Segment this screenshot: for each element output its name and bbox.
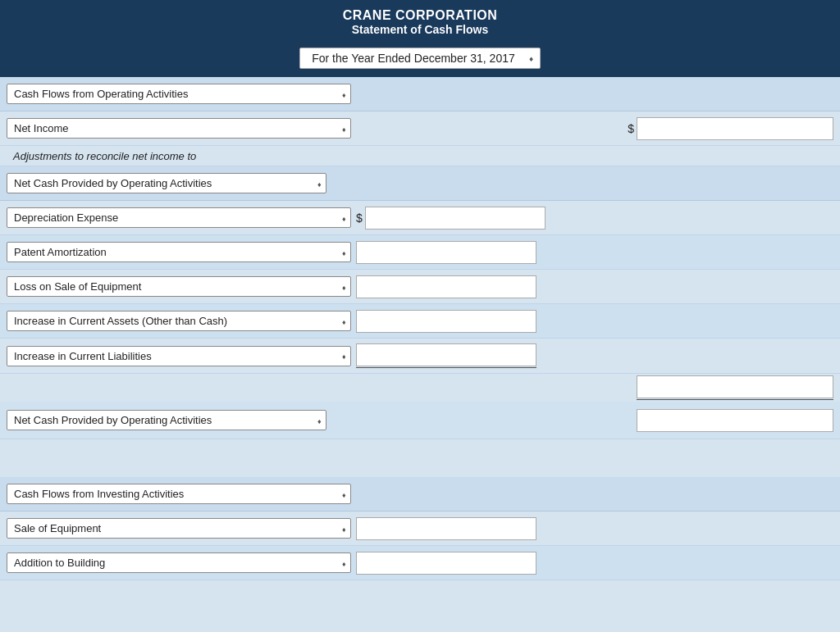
net-cash-operating-subheader-row: Net Cash Provided by Operating Activitie… [0,166,840,201]
main-content: Cash Flows from Operating Activities Net… [0,77,840,580]
depreciation-input[interactable] [365,207,546,230]
subtotal-right-input [637,375,833,400]
patent-amortization-dropdown[interactable]: Patent Amortization [7,242,351,262]
net-cash-total-input-area [637,409,833,432]
increase-current-liabilities-input[interactable] [356,343,536,366]
current-liabilities-underline [356,367,536,368]
current-liabilities-input-wrapper [356,343,536,368]
net-income-row: Net Income $ [0,111,840,146]
net-income-dropdown[interactable]: Net Income [7,118,351,139]
net-cash-operating-subheader-wrapper[interactable]: Net Cash Provided by Operating Activitie… [7,173,326,193]
sale-of-equipment-row: Sale of Equipment [0,512,840,546]
year-selector[interactable]: For the Year Ended December 31, 2017 For… [299,48,541,69]
net-cash-total-input[interactable] [637,409,833,432]
net-income-dropdown-wrapper[interactable]: Net Income [7,118,351,139]
patent-amortization-input[interactable] [356,241,536,264]
addition-to-building-dropdown-wrapper[interactable]: Addition to Building [7,552,351,573]
patent-amortization-row: Patent Amortization [0,235,840,270]
subtotal-spacer-row [0,374,840,402]
depreciation-dollar-sign: $ [356,211,363,225]
increase-current-assets-dropdown-wrapper[interactable]: Increase in Current Assets (Other than C… [7,311,351,331]
loss-on-sale-dropdown-wrapper[interactable]: Loss on Sale of Equipment [7,276,351,297]
net-cash-total-dropdown[interactable]: Net Cash Provided by Operating Activitie… [7,410,326,430]
current-liabilities-underline-wrapper [356,343,536,368]
increase-current-assets-dropdown[interactable]: Increase in Current Assets (Other than C… [7,311,351,331]
increase-current-liabilities-dropdown[interactable]: Increase in Current Liabilities [7,346,351,366]
addition-to-building-row: Addition to Building [0,546,840,580]
investing-activities-header-row: Cash Flows from Investing Activities [0,477,840,512]
net-cash-operating-subheader-dropdown[interactable]: Net Cash Provided by Operating Activitie… [7,173,326,193]
net-cash-total-dropdown-wrapper[interactable]: Net Cash Provided by Operating Activitie… [7,410,326,430]
depreciation-dropdown-wrapper[interactable]: Depreciation Expense [7,207,351,228]
patent-amortization-dropdown-wrapper[interactable]: Patent Amortization [7,242,351,262]
addition-to-building-input[interactable] [356,552,536,575]
year-selector-wrapper[interactable]: For the Year Ended December 31, 2017 For… [299,48,541,69]
operating-activities-dropdown-wrapper[interactable]: Cash Flows from Operating Activities [7,84,351,104]
loss-on-sale-input[interactable] [356,275,536,298]
year-selector-row: For the Year Ended December 31, 2017 For… [0,43,840,77]
net-income-input-area: $ [628,117,833,140]
sale-of-equipment-input[interactable] [356,517,536,540]
increase-current-liabilities-dropdown-wrapper[interactable]: Increase in Current Liabilities [7,346,351,366]
increase-current-assets-row: Increase in Current Assets (Other than C… [0,304,840,339]
increase-current-liabilities-row: Increase in Current Liabilities [0,339,840,374]
operating-activities-header-row: Cash Flows from Operating Activities [0,77,840,111]
company-name: CRANE CORPORATION [0,8,840,23]
large-gap-1 [0,439,840,464]
small-gap-1 [0,464,840,477]
investing-activities-dropdown[interactable]: Cash Flows from Investing Activities [7,484,351,504]
loss-on-sale-dropdown[interactable]: Loss on Sale of Equipment [7,276,351,297]
subtotal-underline [637,399,833,400]
investing-activities-dropdown-wrapper[interactable]: Cash Flows from Investing Activities [7,484,351,504]
sale-of-equipment-dropdown[interactable]: Sale of Equipment [7,518,351,539]
sale-of-equipment-dropdown-wrapper[interactable]: Sale of Equipment [7,518,351,539]
adjustments-label: Adjustments to reconcile net income to [7,145,203,167]
subtotal-input[interactable] [637,375,833,398]
statement-title: Statement of Cash Flows [0,23,840,36]
page-header: CRANE CORPORATION Statement of Cash Flow… [0,0,840,43]
net-income-dollar-sign: $ [628,122,634,135]
subtotal-underline-wrapper [637,375,833,400]
depreciation-row: Depreciation Expense $ [0,201,840,235]
adjustments-label-row: Adjustments to reconcile net income to [0,146,840,166]
net-income-input[interactable] [637,117,833,140]
loss-on-sale-row: Loss on Sale of Equipment [0,270,840,304]
operating-activities-dropdown[interactable]: Cash Flows from Operating Activities [7,84,351,104]
addition-to-building-dropdown[interactable]: Addition to Building [7,552,351,573]
depreciation-dropdown[interactable]: Depreciation Expense [7,207,351,228]
increase-current-assets-input[interactable] [356,310,536,333]
net-cash-total-row: Net Cash Provided by Operating Activitie… [0,402,840,439]
